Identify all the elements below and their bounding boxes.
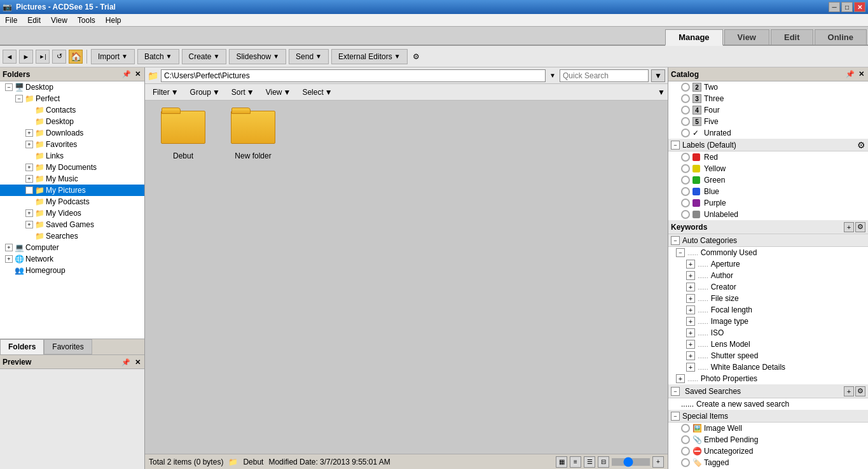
view-button[interactable]: View ▼ bbox=[261, 87, 296, 98]
rating-item-five[interactable]: 5 Five bbox=[668, 116, 868, 127]
tree-expand-favorites[interactable]: + bbox=[25, 141, 33, 148]
tree-expand-my-videos[interactable]: + bbox=[25, 209, 33, 217]
tree-expand-downloads[interactable]: + bbox=[25, 129, 33, 137]
folders-close-button[interactable]: ✕ bbox=[134, 70, 142, 78]
tab-view[interactable]: View bbox=[724, 29, 769, 45]
saved-searches-add-button[interactable]: + bbox=[844, 386, 854, 396]
filter-button[interactable]: Filter ▼ bbox=[148, 87, 184, 98]
keywords-gear-button[interactable]: ⚙ bbox=[855, 222, 865, 232]
tree-item-my-videos[interactable]: +📁My Videos bbox=[0, 207, 144, 219]
toolbar-extra-btn[interactable]: ⚙ bbox=[413, 52, 420, 61]
auto-cat-item-focal-length[interactable]: + ...... Focal length bbox=[668, 304, 868, 316]
tree-expand-perfect[interactable]: − bbox=[15, 95, 23, 102]
filter-right-arrow[interactable]: ▼ bbox=[658, 88, 665, 97]
tree-item-my-documents[interactable]: +📁My Documents bbox=[0, 162, 144, 173]
menu-view[interactable]: View bbox=[46, 14, 72, 26]
tree-item-homegroup[interactable]: 👥Homegroup bbox=[0, 265, 144, 276]
label-item-red[interactable]: Red bbox=[668, 151, 868, 163]
label-item-blue[interactable]: Blue bbox=[668, 186, 868, 197]
tree-expand-my-pictures[interactable]: + bbox=[25, 186, 33, 194]
special-item-tagged[interactable]: 🏷️ Tagged bbox=[668, 457, 868, 468]
special-item-uncategorized[interactable]: ⛔ Uncategorized bbox=[668, 445, 868, 457]
tree-item-searches[interactable]: 📁Searches bbox=[0, 230, 144, 242]
auto-cat-item-author[interactable]: + ...... Author bbox=[668, 270, 868, 281]
tree-item-downloads[interactable]: +📁Downloads bbox=[0, 127, 144, 139]
keywords-add-button[interactable]: + bbox=[844, 222, 854, 232]
label-item-purple[interactable]: Purple bbox=[668, 197, 868, 209]
sort-button[interactable]: Sort ▼ bbox=[226, 87, 259, 98]
preview-pin-button[interactable]: 📌 bbox=[120, 358, 132, 366]
home-button[interactable]: 🏠 bbox=[69, 50, 83, 64]
tab-favorites[interactable]: Favorites bbox=[44, 339, 92, 354]
minimize-button[interactable]: ─ bbox=[829, 2, 840, 12]
saved-searches-gear-button[interactable]: ⚙ bbox=[855, 386, 865, 396]
restore-button[interactable]: □ bbox=[841, 2, 853, 12]
label-item-green[interactable]: Green bbox=[668, 174, 868, 186]
tree-item-links[interactable]: 📁Links bbox=[0, 150, 144, 162]
auto-cat-item-image-type[interactable]: + ...... Image type bbox=[668, 316, 868, 327]
tree-item-contacts[interactable]: 📁Contacts bbox=[0, 104, 144, 116]
tree-item-my-podcasts[interactable]: 📁My Podcasts bbox=[0, 196, 144, 207]
tab-manage[interactable]: Manage bbox=[665, 29, 722, 46]
folder-item-new-folder[interactable]: New folder bbox=[221, 107, 285, 164]
auto-cat-item-white-balance-details[interactable]: + ...... White Balance Details bbox=[668, 361, 868, 373]
tree-item-desktop[interactable]: −🖥️Desktop bbox=[0, 81, 144, 93]
rating-item-three[interactable]: 3 Three bbox=[668, 93, 868, 104]
nav-refresh-button[interactable]: ↺ bbox=[52, 50, 66, 64]
auto-cat-item-iso[interactable]: + ...... ISO bbox=[668, 327, 868, 339]
tree-item-network[interactable]: +🌐Network bbox=[0, 253, 144, 265]
tree-expand-my-documents[interactable]: + bbox=[25, 164, 33, 171]
label-item-yellow[interactable]: Yellow bbox=[668, 163, 868, 174]
auto-categories-header[interactable]: − Auto Categories bbox=[668, 234, 868, 247]
search-input[interactable] bbox=[560, 69, 649, 82]
catalog-close-button[interactable]: ✕ bbox=[857, 70, 865, 78]
send-button[interactable]: Send ▼ bbox=[289, 49, 329, 64]
special-item-image-well[interactable]: 🖼️ Image Well bbox=[668, 423, 868, 434]
tab-folders[interactable]: Folders bbox=[0, 339, 44, 354]
folder-item-debut[interactable]: Debut bbox=[151, 107, 215, 164]
catalog-pin-button[interactable]: 📌 bbox=[844, 70, 856, 78]
tree-item-computer[interactable]: +💻Computer bbox=[0, 242, 144, 253]
rating-item-four[interactable]: 4 Four bbox=[668, 104, 868, 116]
auto-cat-item-shutter-speed[interactable]: + ...... Shutter speed bbox=[668, 350, 868, 361]
path-input[interactable] bbox=[161, 69, 546, 82]
zoom-slider[interactable] bbox=[612, 458, 650, 466]
menu-edit[interactable]: Edit bbox=[22, 14, 46, 26]
view-strip-button[interactable]: ⊟ bbox=[598, 456, 609, 468]
tree-item-my-music[interactable]: +📁My Music bbox=[0, 173, 144, 185]
view-grid-button[interactable]: ▦ bbox=[556, 456, 567, 468]
search-button[interactable]: ▼ bbox=[651, 69, 665, 82]
menu-help[interactable]: Help bbox=[100, 14, 127, 26]
special-item-embed-pending[interactable]: 📎 Embed Pending bbox=[668, 434, 868, 445]
auto-cat-item-lens-model[interactable]: + ...... Lens Model bbox=[668, 339, 868, 350]
menu-tools[interactable]: Tools bbox=[72, 14, 100, 26]
labels-gear-icon[interactable]: ⚙ bbox=[857, 140, 865, 150]
rating-unrated[interactable]: ✓ Unrated bbox=[668, 127, 868, 139]
batch-button[interactable]: Batch ▼ bbox=[137, 49, 179, 64]
nav-forward-end-button[interactable]: ►| bbox=[36, 50, 50, 64]
auto-cat-item-aperture[interactable]: + ...... Aperture bbox=[668, 258, 868, 270]
select-button[interactable]: Select ▼ bbox=[297, 87, 337, 98]
preview-close-button[interactable]: ✕ bbox=[134, 358, 142, 366]
nav-back-button[interactable]: ◄ bbox=[3, 50, 17, 64]
folders-pin-button[interactable]: 📌 bbox=[121, 70, 132, 78]
labels-section-header[interactable]: − Labels (Default) ⚙ bbox=[668, 139, 868, 151]
tree-item-my-pictures[interactable]: +📁My Pictures bbox=[0, 185, 144, 196]
close-button[interactable]: ✕ bbox=[854, 2, 865, 12]
special-items-header[interactable]: − Special Items bbox=[668, 410, 868, 423]
nav-forward-button[interactable]: ► bbox=[19, 50, 33, 64]
tree-expand-saved-games[interactable]: + bbox=[25, 221, 33, 228]
tree-expand-my-music[interactable]: + bbox=[25, 175, 33, 183]
tree-expand-network[interactable]: + bbox=[5, 255, 13, 263]
create-button[interactable]: Create ▼ bbox=[182, 49, 227, 64]
rating-item-two[interactable]: 2 Two bbox=[668, 81, 868, 93]
tree-item-saved-games[interactable]: +📁Saved Games bbox=[0, 219, 144, 230]
slideshow-button[interactable]: Slideshow ▼ bbox=[229, 49, 286, 64]
auto-cat-photo-properties[interactable]: + ...... Photo Properties bbox=[668, 373, 868, 384]
tree-item-favorites[interactable]: +📁Favorites bbox=[0, 139, 144, 150]
zoom-in-button[interactable]: + bbox=[652, 456, 664, 468]
path-dropdown-button[interactable]: ▼ bbox=[548, 72, 557, 79]
tab-online[interactable]: Online bbox=[815, 29, 867, 45]
label-item-unlabeled[interactable]: Unlabeled bbox=[668, 209, 868, 220]
tree-item-perfect[interactable]: −📁Perfect bbox=[0, 93, 144, 104]
